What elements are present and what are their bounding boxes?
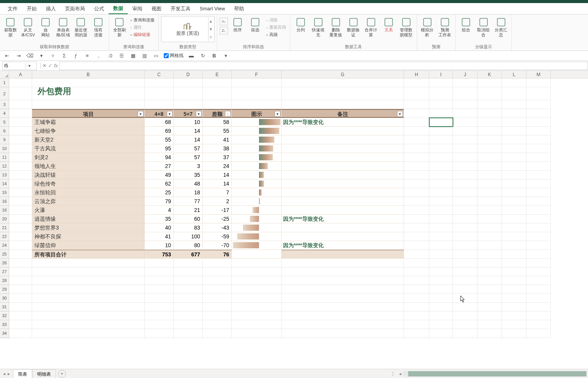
qa-redo-icon[interactable]: ↻ [199,52,207,59]
cell[interactable] [174,285,203,294]
ribbon-small-item[interactable]: ▫属性 [129,24,156,31]
value-cell[interactable]: 95 [145,144,174,153]
value-cell[interactable]: 41 [203,135,232,144]
cell[interactable] [502,215,526,223]
cell[interactable] [232,78,282,87]
cell[interactable] [453,223,477,232]
cell[interactable] [404,197,429,206]
cell[interactable] [404,294,429,303]
cell[interactable] [526,215,551,223]
cell[interactable] [429,78,453,87]
project-cell[interactable]: 梦想世界3 [32,223,145,232]
cell[interactable] [453,232,477,241]
value-cell[interactable]: 77 [174,197,203,206]
note-cell[interactable] [282,135,404,144]
filter-button-icon[interactable]: ▾ [275,111,280,117]
project-cell[interactable]: 绿色传奇 [32,179,145,188]
cell[interactable] [145,329,174,338]
databar-cell[interactable] [232,127,282,135]
cell[interactable] [9,311,32,320]
databar-cell[interactable] [232,232,282,241]
cell[interactable] [9,241,32,250]
cell[interactable] [526,276,551,285]
cell[interactable] [502,162,526,171]
cell[interactable] [453,188,477,197]
ribbon-tab-0[interactable]: 文件 [3,3,22,14]
cell[interactable] [203,311,232,320]
cell[interactable] [232,100,282,109]
fx-icon[interactable]: fx [54,63,58,68]
cell[interactable] [453,320,477,329]
cell[interactable] [203,338,232,339]
cell[interactable] [477,162,502,171]
row-header[interactable]: 33 [0,320,9,329]
column-header[interactable]: F [232,71,282,78]
cell[interactable] [526,153,551,162]
cell[interactable] [502,127,526,135]
cell[interactable] [526,118,551,127]
cell[interactable] [282,100,404,109]
value-cell[interactable]: 27 [145,162,174,171]
cell[interactable] [203,259,232,267]
cell[interactable] [174,100,203,109]
cell[interactable] [429,135,453,144]
value-cell[interactable]: 79 [145,197,174,206]
cell[interactable] [282,285,404,294]
value-cell[interactable]: 37 [203,153,232,162]
cell[interactable] [477,338,502,339]
cell[interactable] [453,78,477,87]
cell[interactable] [404,127,429,135]
table-header[interactable]: 4+8▾ [145,109,174,118]
qa-bold-icon[interactable]: B [210,52,218,59]
cell[interactable] [429,320,453,329]
project-cell[interactable]: 王城争霸 [32,118,145,127]
cell[interactable] [174,259,203,267]
cell[interactable] [502,338,526,339]
cell[interactable] [429,179,453,188]
cell[interactable] [145,259,174,267]
ribbon-button[interactable]: 关系 [381,16,397,33]
row-header[interactable]: 3 [0,100,9,109]
row-header[interactable]: 15 [0,188,9,197]
cell[interactable] [477,241,502,250]
note-cell[interactable] [282,232,404,241]
cell[interactable] [203,87,232,100]
column-header[interactable]: B [32,71,145,78]
cell[interactable] [477,303,502,311]
cell[interactable] [502,232,526,241]
cell[interactable] [404,250,429,259]
note-cell[interactable]: 因为****导致变化 [282,118,404,127]
cell[interactable] [502,223,526,232]
cell[interactable] [32,311,145,320]
cell[interactable] [453,127,477,135]
cell[interactable] [32,320,145,329]
cell[interactable] [429,223,453,232]
cell[interactable] [429,303,453,311]
cell[interactable] [174,78,203,87]
cell[interactable] [453,311,477,320]
databar-cell[interactable] [232,206,282,215]
value-cell[interactable]: 55 [203,127,232,135]
column-header[interactable]: D [174,71,203,78]
cell[interactable] [453,329,477,338]
qa-more-icon[interactable]: ▾ [222,52,230,59]
value-cell[interactable]: -59 [203,232,232,241]
cell[interactable] [453,285,477,294]
value-cell[interactable]: 80 [174,241,203,250]
cell[interactable] [502,303,526,311]
cell[interactable] [404,285,429,294]
cell[interactable] [526,329,551,338]
cell[interactable] [453,294,477,303]
qa-align-icon[interactable]: ≡ [83,52,91,59]
cell[interactable] [145,311,174,320]
cell[interactable] [502,135,526,144]
cell[interactable] [502,144,526,153]
qa-comma-icon[interactable]: , [95,52,103,59]
cell[interactable] [453,118,477,127]
cell[interactable] [145,303,174,311]
cell[interactable] [9,118,32,127]
ribbon-button[interactable]: 来自表格/区域 [55,16,71,37]
cell[interactable] [453,87,477,100]
cell[interactable] [429,127,453,135]
cell[interactable] [404,162,429,171]
